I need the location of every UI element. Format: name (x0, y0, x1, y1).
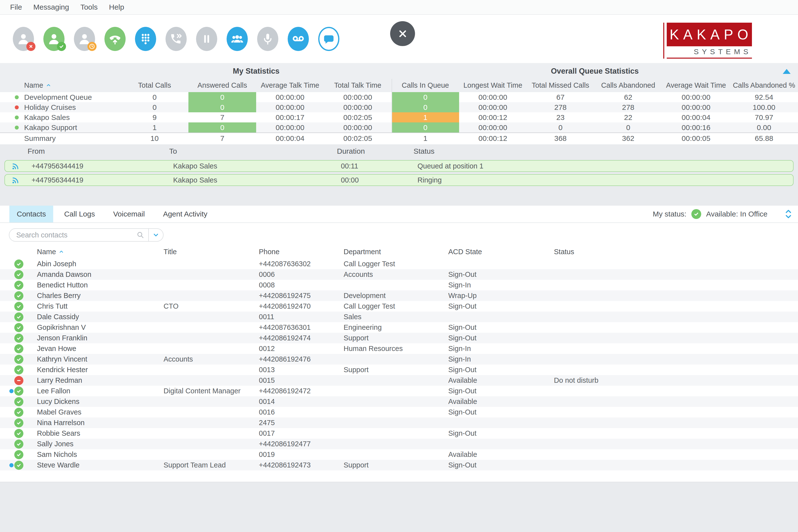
contact-acd-state: Sign-Out (447, 302, 553, 310)
contact-row[interactable]: Jenson Franklin+442086192474SupportSign-… (0, 333, 798, 343)
presence-available-icon (14, 386, 23, 396)
stats-col-calls-abandoned[interactable]: Calls Abandoned (594, 78, 662, 92)
stats-col-average-talk-time[interactable]: Average Talk Time (256, 78, 324, 92)
contact-row[interactable]: Nina Harrelson2475 (0, 417, 798, 428)
contacts-col-department[interactable]: Department (343, 248, 447, 256)
contact-phone: 0008 (258, 281, 343, 289)
contact-row[interactable]: Kendrick Hester0013SupportSign-Out (0, 364, 798, 375)
contact-acd-state: Sign-Out (447, 270, 553, 279)
contact-acd-state: Sign-In (447, 345, 553, 353)
contacts-col-phone[interactable]: Phone (258, 248, 343, 256)
search-input[interactable] (10, 231, 136, 239)
stats-col-answered-calls[interactable]: Answered Calls (188, 78, 256, 92)
stats-col-total-missed-calls[interactable]: Total Missed Calls (527, 78, 594, 92)
contacts-col-title[interactable]: Title (163, 248, 258, 256)
contact-presence-cell (0, 301, 32, 311)
contact-row[interactable]: Charles Berry+442086192475DevelopmentWra… (0, 290, 798, 301)
contact-row[interactable]: Dale Cassidy0011Sales (0, 311, 798, 322)
contacts-col-status[interactable]: Status (553, 248, 798, 256)
stats-col-total-talk-time[interactable]: Total Talk Time (324, 78, 392, 92)
presence-available-icon (14, 270, 23, 279)
contact-row[interactable]: Amanda Dawson0006AccountsSign-Out (0, 269, 798, 280)
transfer-call-icon[interactable] (166, 27, 187, 51)
stats-col-name[interactable]: Name (0, 78, 121, 92)
stats-col-total-calls[interactable]: Total Calls (121, 78, 188, 92)
queue-name: Kakapo Sales (0, 112, 121, 122)
call-to: Kakapo Sales (167, 176, 332, 184)
status-updown-icon[interactable] (785, 209, 792, 219)
my-status-label: My status: (653, 210, 686, 218)
search-options-chevron-icon[interactable] (149, 232, 163, 238)
contact-row[interactable]: Abin Joseph+442087636302Call Logger Test (0, 259, 798, 269)
stats-row[interactable]: Development Queue0000:00:0000:00:00000:0… (0, 92, 798, 102)
contact-row[interactable]: Larry Redman0015AvailableDo not disturb (0, 375, 798, 386)
agent-unavailable-icon[interactable] (13, 27, 34, 51)
contact-presence-cell (0, 269, 32, 280)
contact-department: Call Logger Test (343, 302, 447, 310)
contact-row[interactable]: Kathryn VincentAccounts+442086192476Sign… (0, 354, 798, 364)
tab-contacts[interactable]: Contacts (10, 206, 53, 223)
stats-row[interactable]: Holiday Cruises0000:00:0000:00:00000:00:… (0, 102, 798, 112)
menu-tools[interactable]: Tools (75, 3, 103, 11)
my-status: My status: Available: In Office (653, 206, 792, 223)
menu-file[interactable]: File (4, 3, 27, 11)
close-button[interactable] (390, 21, 415, 46)
stats-col-average-wait-time[interactable]: Average Wait Time (662, 78, 730, 92)
voicemail-icon[interactable] (288, 27, 309, 51)
queue-status-dot (15, 95, 19, 99)
record-icon[interactable] (257, 27, 278, 51)
active-calls-list: +447956344419Kakapo Sales00:11Queued at … (0, 160, 798, 186)
total-talk-time: 00:02:05 (324, 133, 392, 144)
contact-row[interactable]: Benedict Hutton0008Sign-In (0, 280, 798, 290)
agent-wrapup-icon[interactable] (74, 27, 95, 51)
tab-call-logs[interactable]: Call Logs (57, 206, 102, 223)
active-call-row[interactable]: +447956344419Kakapo Sales00:11Queued at … (4, 160, 794, 172)
answer-call-icon[interactable] (104, 27, 126, 51)
tab-voicemail[interactable]: Voicemail (106, 206, 152, 223)
contact-row[interactable]: Lucy Dickens0014Available (0, 396, 798, 407)
stats-col-calls-in-queue[interactable]: Calls In Queue (392, 78, 459, 92)
menu-help[interactable]: Help (103, 3, 130, 11)
contact-row[interactable]: Gopikrishnan V+442087636301EngineeringSi… (0, 322, 798, 333)
tab-agent-activity[interactable]: Agent Activity (156, 206, 215, 223)
stats-row[interactable]: Kakapo Sales9700:00:1700:02:05100:00:122… (0, 112, 798, 122)
stats-row[interactable]: Kakapo Support1000:00:0000:00:00000:00:0… (0, 122, 798, 133)
active-call-row[interactable]: +447956344419Kakapo Sales00:00Ringing (4, 174, 794, 186)
contact-department: Sales (343, 313, 447, 321)
contact-phone: +442087636302 (258, 260, 343, 268)
collapse-panel-icon[interactable] (783, 69, 791, 74)
contact-row[interactable]: Mabel Graves0016Sign-Out (0, 407, 798, 417)
contact-row[interactable]: Chris TuttCTO+442086192470Call Logger Te… (0, 301, 798, 311)
calls-abandoned-pct: 0.00 (730, 122, 798, 133)
contact-row[interactable]: Lee FallonDigital Content Manager+442086… (0, 386, 798, 396)
stats-col-longest-wait-time[interactable]: Longest Wait Time (459, 78, 527, 92)
chat-icon[interactable] (318, 27, 339, 51)
total-calls: 0 (121, 92, 188, 102)
queue-name: Development Queue (0, 92, 121, 102)
stats-summary-row[interactable]: Summary10700:00:0400:02:05100:00:1236836… (0, 133, 798, 144)
contacts-col-acd-state[interactable]: ACD State (447, 248, 553, 256)
contact-row[interactable]: Sam Nichols0019Available (0, 449, 798, 460)
agent-available-icon[interactable] (43, 27, 64, 51)
contact-phone: 0014 (258, 398, 343, 406)
contact-department: Human Resources (343, 345, 447, 353)
contacts-col-name[interactable]: Name (32, 248, 163, 256)
longest-wait-time: 00:00:00 (459, 102, 527, 112)
queue-status-dot (15, 106, 19, 109)
hold-call-icon[interactable] (196, 27, 217, 51)
contact-department: Support (343, 334, 447, 342)
contact-presence-cell (0, 460, 32, 471)
stats-col-calls-abandoned[interactable]: Calls Abandoned % (730, 78, 798, 92)
dialpad-icon[interactable] (135, 27, 156, 51)
contact-presence-cell (0, 343, 32, 354)
contact-row[interactable]: Steve WardleSupport Team Lead+4420861924… (0, 460, 798, 471)
contact-row[interactable]: Jevan Howe0012Human ResourcesSign-In (0, 343, 798, 354)
contact-department: Support (343, 461, 447, 469)
contact-department: Development (343, 291, 447, 300)
my-status-value[interactable]: Available: In Office (706, 210, 767, 218)
contact-row[interactable]: Sally Jones+442086192477 (0, 439, 798, 449)
conference-icon[interactable] (227, 27, 248, 51)
menu-messaging[interactable]: Messaging (27, 3, 75, 11)
call-from: +447956344419 (26, 176, 167, 184)
contact-row[interactable]: Robbie Sears0017Sign-Out (0, 428, 798, 439)
